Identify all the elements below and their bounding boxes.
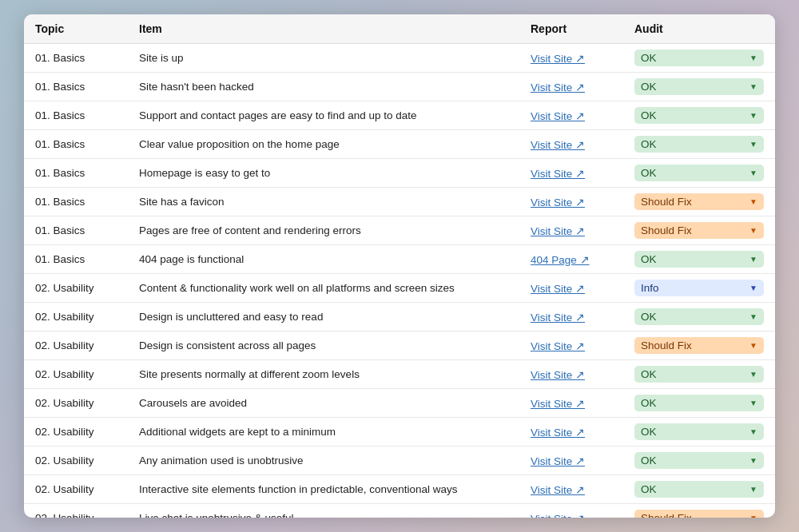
chevron-down-icon[interactable]: ▼ bbox=[749, 111, 757, 120]
cell-audit[interactable]: OK▼ bbox=[623, 101, 775, 130]
chevron-down-icon[interactable]: ▼ bbox=[749, 82, 757, 91]
cell-report[interactable]: Visit Site ↗ bbox=[519, 504, 623, 518]
chevron-down-icon[interactable]: ▼ bbox=[749, 54, 757, 62]
report-link[interactable]: Visit Site ↗ bbox=[531, 340, 585, 352]
audit-badge[interactable]: OK▼ bbox=[634, 165, 764, 181]
chevron-down-icon[interactable]: ▼ bbox=[749, 255, 757, 264]
cell-audit[interactable]: OK▼ bbox=[623, 389, 775, 418]
cell-report[interactable]: Visit Site ↗ bbox=[519, 130, 623, 159]
audit-badge[interactable]: Should Fix▼ bbox=[634, 337, 764, 354]
cell-topic: 02. Usability bbox=[24, 447, 128, 475]
chevron-down-icon[interactable]: ▼ bbox=[749, 399, 757, 407]
chevron-down-icon[interactable]: ▼ bbox=[749, 456, 757, 465]
report-link[interactable]: Visit Site ↗ bbox=[531, 455, 585, 467]
cell-item: Any animation used is unobtrusive bbox=[128, 447, 519, 475]
cell-audit[interactable]: OK▼ bbox=[623, 44, 775, 73]
cell-audit[interactable]: OK▼ bbox=[623, 447, 775, 475]
cell-report[interactable]: Visit Site ↗ bbox=[519, 418, 623, 447]
audit-badge[interactable]: OK▼ bbox=[634, 452, 764, 469]
cell-report[interactable]: Visit Site ↗ bbox=[519, 216, 623, 245]
table-row: 01. BasicsClear value proposition on the… bbox=[24, 130, 775, 159]
cell-topic: 01. Basics bbox=[24, 216, 128, 245]
cell-report[interactable]: 404 Page ↗ bbox=[519, 245, 623, 274]
audit-label: Should Fix bbox=[641, 224, 692, 236]
cell-topic: 01. Basics bbox=[24, 44, 128, 73]
cell-report[interactable]: Visit Site ↗ bbox=[519, 188, 623, 216]
cell-topic: 01. Basics bbox=[24, 159, 128, 188]
cell-audit[interactable]: OK▼ bbox=[623, 73, 775, 101]
cell-audit[interactable]: Info▼ bbox=[623, 274, 775, 303]
cell-topic: 01. Basics bbox=[24, 101, 128, 130]
report-link[interactable]: Visit Site ↗ bbox=[531, 283, 585, 295]
report-link[interactable]: Visit Site ↗ bbox=[531, 369, 585, 381]
report-link[interactable]: Visit Site ↗ bbox=[531, 427, 585, 439]
cell-report[interactable]: Visit Site ↗ bbox=[519, 447, 623, 475]
audit-badge[interactable]: OK▼ bbox=[634, 78, 764, 95]
cell-report[interactable]: Visit Site ↗ bbox=[519, 475, 623, 504]
chevron-down-icon[interactable]: ▼ bbox=[749, 284, 757, 292]
cell-audit[interactable]: Should Fix▼ bbox=[623, 332, 775, 360]
chevron-down-icon[interactable]: ▼ bbox=[749, 485, 757, 494]
cell-report[interactable]: Visit Site ↗ bbox=[519, 101, 623, 130]
cell-item: Site has a favicon bbox=[128, 188, 519, 216]
audit-label: Should Fix bbox=[641, 196, 692, 208]
audit-badge[interactable]: Should Fix▼ bbox=[634, 510, 764, 518]
cell-audit[interactable]: OK▼ bbox=[623, 159, 775, 188]
audit-label: Should Fix bbox=[641, 339, 692, 351]
report-link[interactable]: Visit Site ↗ bbox=[531, 398, 585, 410]
cell-audit[interactable]: OK▼ bbox=[623, 475, 775, 504]
audit-label: Should Fix bbox=[641, 512, 692, 518]
cell-report[interactable]: Visit Site ↗ bbox=[519, 332, 623, 360]
cell-topic: 02. Usability bbox=[24, 418, 128, 447]
audit-badge[interactable]: Should Fix▼ bbox=[634, 222, 764, 239]
report-link[interactable]: Visit Site ↗ bbox=[531, 197, 585, 208]
report-link[interactable]: Visit Site ↗ bbox=[531, 168, 585, 180]
report-link[interactable]: Visit Site ↗ bbox=[531, 513, 585, 518]
cell-audit[interactable]: Should Fix▼ bbox=[623, 188, 775, 216]
report-link[interactable]: Visit Site ↗ bbox=[531, 484, 585, 496]
chevron-down-icon[interactable]: ▼ bbox=[749, 169, 757, 177]
cell-report[interactable]: Visit Site ↗ bbox=[519, 44, 623, 73]
audit-badge[interactable]: OK▼ bbox=[634, 423, 764, 440]
report-link[interactable]: Visit Site ↗ bbox=[531, 312, 585, 324]
audit-label: OK bbox=[641, 368, 657, 380]
cell-audit[interactable]: Should Fix▼ bbox=[623, 216, 775, 245]
cell-report[interactable]: Visit Site ↗ bbox=[519, 389, 623, 418]
cell-audit[interactable]: OK▼ bbox=[623, 303, 775, 332]
chevron-down-icon[interactable]: ▼ bbox=[749, 514, 757, 518]
cell-report[interactable]: Visit Site ↗ bbox=[519, 159, 623, 188]
chevron-down-icon[interactable]: ▼ bbox=[749, 341, 757, 350]
chevron-down-icon[interactable]: ▼ bbox=[749, 370, 757, 379]
audit-badge[interactable]: OK▼ bbox=[634, 366, 764, 383]
report-link[interactable]: Visit Site ↗ bbox=[531, 225, 585, 237]
chevron-down-icon[interactable]: ▼ bbox=[749, 312, 757, 321]
audit-badge[interactable]: OK▼ bbox=[634, 251, 764, 268]
audit-badge[interactable]: OK▼ bbox=[634, 395, 764, 411]
report-link[interactable]: Visit Site ↗ bbox=[531, 53, 585, 65]
audit-badge[interactable]: OK▼ bbox=[634, 50, 764, 66]
audit-badge[interactable]: OK▼ bbox=[634, 481, 764, 498]
cell-audit[interactable]: OK▼ bbox=[623, 418, 775, 447]
audit-badge[interactable]: OK▼ bbox=[634, 136, 764, 153]
cell-audit[interactable]: OK▼ bbox=[623, 360, 775, 389]
report-link[interactable]: Visit Site ↗ bbox=[531, 81, 585, 93]
audit-badge[interactable]: OK▼ bbox=[634, 308, 764, 325]
audit-badge[interactable]: Should Fix▼ bbox=[634, 193, 764, 210]
report-link[interactable]: Visit Site ↗ bbox=[531, 110, 585, 122]
audit-badge[interactable]: Info▼ bbox=[634, 280, 764, 296]
chevron-down-icon[interactable]: ▼ bbox=[749, 226, 757, 235]
table-row: 02. UsabilityInteractive site elements f… bbox=[24, 475, 775, 504]
cell-audit[interactable]: Should Fix▼ bbox=[623, 504, 775, 518]
report-link[interactable]: 404 Page ↗ bbox=[531, 254, 590, 266]
cell-audit[interactable]: OK▼ bbox=[623, 130, 775, 159]
cell-report[interactable]: Visit Site ↗ bbox=[519, 73, 623, 101]
cell-audit[interactable]: OK▼ bbox=[623, 245, 775, 274]
cell-report[interactable]: Visit Site ↗ bbox=[519, 303, 623, 332]
chevron-down-icon[interactable]: ▼ bbox=[749, 427, 757, 436]
cell-report[interactable]: Visit Site ↗ bbox=[519, 274, 623, 303]
cell-report[interactable]: Visit Site ↗ bbox=[519, 360, 623, 389]
chevron-down-icon[interactable]: ▼ bbox=[749, 197, 757, 206]
audit-badge[interactable]: OK▼ bbox=[634, 107, 764, 124]
report-link[interactable]: Visit Site ↗ bbox=[531, 139, 585, 151]
chevron-down-icon[interactable]: ▼ bbox=[749, 140, 757, 149]
